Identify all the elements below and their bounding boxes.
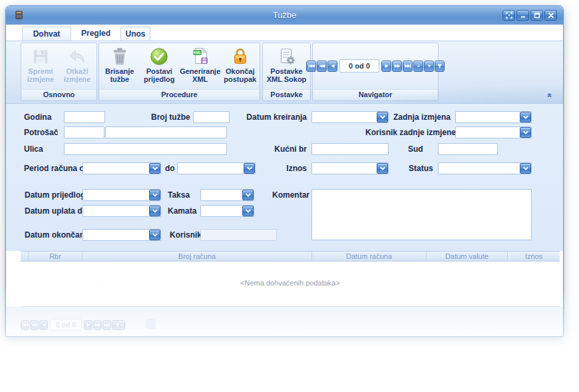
datum-kreiranja-label: Datum kreiranja (232, 111, 307, 123)
nav-last-button[interactable]: ▶▶| (403, 61, 413, 72)
chevron-down-icon[interactable] (149, 230, 160, 240)
chevron-down-icon[interactable] (149, 206, 160, 216)
nav-next-page-button[interactable]: ▶▶ (392, 61, 402, 72)
datum-uplata-do-label: Datum uplata do (25, 205, 87, 217)
chevron-down-icon[interactable] (149, 163, 160, 174)
potrosac-sifra-input[interactable] (64, 126, 104, 138)
okoncaj-postupak-button[interactable]: Okončaj postupak (221, 45, 259, 89)
chevron-down-icon[interactable] (242, 206, 254, 216)
iznos-label: Iznos (259, 162, 307, 174)
column-header-broj-racuna[interactable]: Broj računa (83, 252, 312, 261)
generiranje-xml-button[interactable]: XML Generiranje XML (179, 45, 221, 89)
title-bar[interactable]: Tužbe (6, 6, 563, 25)
ulica-input[interactable] (64, 143, 227, 155)
chevron-down-icon[interactable] (242, 190, 254, 200)
record-navigator: |◀◀ ◀◀ ◀ 0 od 0 ▶ ▶▶ ▶▶| + ∗ (306, 59, 445, 73)
chevron-down-icon[interactable] (244, 163, 255, 174)
nav-prev-button[interactable]: ◀ (327, 61, 337, 72)
datum-prijedloga-combo[interactable] (83, 189, 161, 201)
chevron-down-icon[interactable] (149, 190, 160, 200)
potrosac-naziv-input[interactable] (105, 126, 227, 138)
brisanje-tuzbe-button[interactable]: Brisanje tužbe (100, 45, 140, 89)
unos-form: Godina Broj tužbe Datum kreiranja Zadnja… (6, 104, 563, 251)
column-header-datum-valute[interactable]: Datum valute (427, 252, 508, 261)
tab-strip: Dohvat Pregled Unos (6, 25, 563, 41)
tab-pregled[interactable]: Pregled (73, 27, 119, 41)
save-icon (31, 47, 51, 67)
ribbon-group-procedure: Brisanje tužbe Postavi prijedlog XML Gen… (98, 43, 260, 101)
korisnik-zadnje-izmjene-combo[interactable] (455, 126, 532, 138)
godina-input[interactable] (64, 111, 105, 123)
chevron-down-icon[interactable] (520, 127, 531, 138)
chevron-down-icon[interactable] (520, 112, 531, 122)
group-caption-postavke: Postavke (264, 89, 309, 100)
datum-prijedloga-label: Datum prijedloga (25, 189, 90, 201)
ribbon-group-osnovno: Spremi izmjene Otkaži izmjene Osnovno (21, 43, 97, 101)
grid-nav-position: 0 od 0 (50, 319, 82, 331)
tab-dohvat[interactable]: Dohvat (22, 27, 71, 41)
postavke-xml-sokop-button[interactable]: Postavke XML Sokop (264, 45, 309, 89)
datum-uplata-do-combo[interactable] (83, 205, 161, 217)
window-title: Tužbe (6, 10, 563, 20)
grid-empty-message: <Nema dohvaćenih podataka> (21, 279, 560, 287)
korisnik-label: Korisnik (170, 229, 202, 241)
tuzbe-window: Tužbe Dohvat Pregled Unos (5, 5, 564, 337)
svg-text:XML: XML (193, 51, 202, 55)
nav-first-button[interactable]: |◀◀ (306, 61, 316, 72)
sud-input[interactable] (438, 143, 498, 155)
minimize-icon (521, 17, 525, 18)
korisnik-zadnje-izmjene-label: Korisnik zadnje izmjene (365, 126, 451, 138)
column-header-rbr[interactable]: Rbr (29, 252, 83, 261)
status-combo[interactable] (438, 162, 532, 174)
row-indicator-column (21, 252, 29, 261)
chevron-down-icon[interactable] (520, 163, 531, 174)
grid-header: Rbr Broj računa Datum računa Datum valut… (21, 251, 560, 262)
datum-okoncanja-label: Datum okončanja (25, 229, 91, 241)
nav-add-button[interactable]: + (413, 61, 423, 72)
ulica-label: Ulica (24, 143, 43, 155)
collapse-ribbon-icon[interactable]: « (546, 93, 555, 98)
nav-next-button[interactable]: ▶ (381, 61, 391, 72)
komentar-textarea[interactable] (311, 189, 532, 240)
nav-prev-page-button[interactable]: ◀◀ (317, 61, 327, 72)
period-od-combo[interactable] (83, 162, 161, 174)
zadnja-izmjena-combo[interactable] (455, 111, 532, 123)
grid-body: <Nema dohvaćenih podataka> (21, 262, 560, 307)
korisnik-input (200, 229, 277, 241)
maximize-button[interactable] (530, 10, 543, 21)
taksa-combo[interactable] (200, 189, 254, 201)
desktop-background: Tužbe Dohvat Pregled Unos (0, 0, 579, 392)
grid-nav-next-button: ▶ (84, 320, 93, 330)
minimize-button[interactable] (516, 10, 529, 21)
close-button[interactable] (544, 10, 557, 21)
column-header-datum-racuna[interactable]: Datum računa (312, 252, 427, 261)
zadnja-izmjena-label: Zadnja izmjena (365, 111, 451, 123)
period-racuna-od-label: Period računa od (24, 162, 89, 174)
datum-okoncanja-combo[interactable] (83, 229, 161, 241)
nav-filter-button[interactable] (435, 61, 445, 72)
postavi-prijedlog-button[interactable]: Postavi prijedlog (140, 45, 180, 89)
tab-unos[interactable]: Unos (120, 27, 150, 41)
chevron-down-icon[interactable] (377, 163, 388, 174)
column-header-iznos[interactable]: Iznos (508, 252, 560, 261)
kucni-br-input[interactable] (311, 143, 389, 155)
close-icon (549, 13, 553, 17)
kamata-combo[interactable] (200, 205, 254, 217)
grid-nav-extra-button (146, 319, 156, 329)
kamata-label: Kamata (168, 205, 196, 217)
trash-icon (110, 47, 130, 67)
ribbon-group-navigator: |◀◀ ◀◀ ◀ 0 od 0 ▶ ▶▶ ▶▶| + ∗ Navigator (312, 43, 439, 101)
sud-label: Sud (408, 143, 423, 155)
xml-document-icon: XML (190, 47, 210, 67)
nav-edit-button[interactable]: ∗ (424, 61, 434, 72)
broj-tuzbe-input[interactable] (193, 111, 230, 123)
broj-tuzbe-label: Broj tužbe (151, 111, 190, 123)
filter-icon (115, 323, 119, 327)
undo-icon (67, 47, 87, 67)
fit-window-button[interactable] (502, 10, 515, 21)
period-do-label: do (165, 162, 175, 174)
iznos-combo[interactable] (311, 162, 389, 174)
group-caption-osnovno: Osnovno (22, 89, 96, 100)
godina-label: Godina (24, 111, 51, 123)
period-do-combo[interactable] (177, 162, 256, 174)
